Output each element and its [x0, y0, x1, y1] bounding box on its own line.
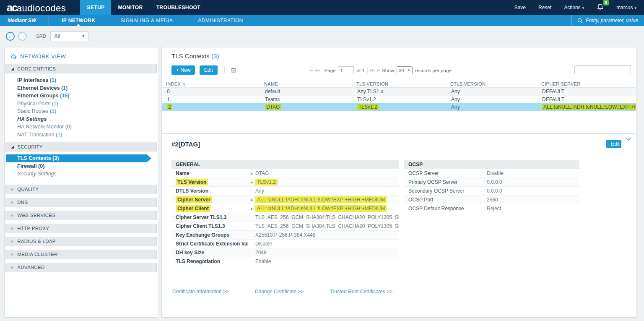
new-button[interactable]: + New	[171, 65, 195, 75]
ocsp-rows: OCSP ServerDisablePrimary OCSP Server0.0…	[404, 169, 579, 213]
srd-select[interactable]: All ▼	[50, 31, 89, 41]
detail-label: OCSP Server	[404, 169, 483, 177]
column-header-tls-version[interactable]: TLS VERSION	[352, 80, 446, 88]
detail-label: Primary OCSP Server	[404, 178, 483, 186]
first-page-icon[interactable]: |◀	[309, 68, 312, 72]
sidebar-section-quality[interactable]: ▶QUALITY	[5, 185, 157, 194]
triangle-collapsed-icon: ▶	[11, 252, 14, 256]
page-input[interactable]	[338, 66, 354, 74]
column-header-name[interactable]: NAME	[260, 80, 352, 88]
link-certificate-information[interactable]: Certificate Information >>	[172, 289, 229, 295]
sidebar-item-static-routes[interactable]: Static Routes (1)	[5, 107, 158, 115]
highlight-mark: TLS Version	[176, 179, 208, 185]
cell-name: DTAG	[260, 103, 352, 111]
sidebar-item-ha-network-monitor[interactable]: HA Network Monitor (0)	[5, 123, 158, 131]
sort-icon[interactable]: ⇅	[182, 82, 186, 86]
cell-dtls: Any	[446, 88, 537, 95]
detail-value: Any	[255, 187, 399, 195]
sidebar-item-count: (1)	[52, 101, 58, 107]
sidebar-item-security-settings[interactable]: Security Settings	[5, 170, 158, 178]
detail-value: Disable	[487, 169, 579, 177]
table-row-index-1[interactable]: 1TeamsTLSv1.2AnyDEFAULT	[162, 96, 636, 104]
actions-button[interactable]: Actions▾	[564, 5, 584, 10]
sidebar-items: TLS Contexts (3)Firewall (0)Security Set…	[5, 151, 158, 181]
next-page-icon[interactable]: ▶▶	[370, 68, 374, 72]
triangle-expanded-icon: ◢	[11, 67, 14, 71]
sidebar-section-security[interactable]: ◢SECURITY	[5, 142, 157, 151]
link-trusted-root-certificates[interactable]: Trusted Root Certificates >>	[330, 289, 392, 295]
sidebar-item-ip-interfaces[interactable]: IP Interfaces (1)	[5, 76, 158, 84]
prev-page-icon[interactable]: ◀◀	[314, 68, 319, 72]
sidebar-item-count: (1)	[61, 85, 68, 91]
ocsp-header: OCSP	[404, 160, 579, 169]
audiocodes-logo[interactable]: acaudiocodes	[7, 2, 66, 14]
column-header-index[interactable]: INDEX⇅	[162, 80, 260, 88]
table-search-input[interactable]	[575, 66, 644, 74]
highlight-mark: DTAG	[265, 104, 281, 110]
last-page-icon[interactable]: ▶|	[377, 68, 379, 72]
cell-name: default	[260, 88, 352, 95]
user-name: marcus	[616, 5, 633, 10]
link-change-certificate[interactable]: Change Certificate >>	[255, 289, 304, 295]
detail-value: TLS_AES_256_GCM_SHA384:TLS_CHACHA20_POLY…	[255, 222, 399, 230]
sidebar-item-label: NAT Translation	[17, 132, 56, 138]
user-menu[interactable]: marcus▾	[616, 5, 636, 10]
top-tab-troubleshoot[interactable]: TROUBLESHOOT	[150, 0, 207, 15]
subnav-tab-ip-network[interactable]: IP NETWORK	[49, 15, 108, 26]
sidebar-item-firewall[interactable]: Firewall (0)	[5, 162, 158, 170]
collapse-chevron-icon[interactable]	[626, 137, 631, 141]
sidebar-section-dns[interactable]: ▶DNS	[5, 198, 157, 207]
detail-row-cipher-server-tls1-3: Cipher Server TLS1.3TLS_AES_256_GCM_SHA3…	[171, 213, 399, 222]
table-row-index-2[interactable]: 2DTAGTLSv1.2AnyALL:!aNULL:!ADH:!eNULL:!L…	[162, 103, 636, 111]
toolbar-divider	[224, 67, 225, 73]
sidebar-section-web-services[interactable]: ▶WEB SERVICES	[5, 211, 157, 220]
bullet-spacer	[483, 204, 487, 213]
detail-label: OCSP Port	[404, 196, 483, 204]
bullet-spacer	[248, 187, 255, 195]
page-size-value: 30	[399, 68, 404, 73]
detail-label: Cipher Server TLS1.3	[171, 213, 248, 222]
cell-index: 0	[162, 88, 260, 95]
delete-icon[interactable]	[231, 67, 236, 73]
sidebar-item-nat-translation[interactable]: NAT Translation (1)	[5, 131, 158, 139]
table-row-index-0[interactable]: 0defaultAny TLS1.xAnyDEFAULT	[162, 88, 636, 96]
global-search[interactable]: Entity, parameter, value	[571, 15, 644, 26]
detail-label: Key Exchange Groups	[171, 231, 248, 239]
sidebar-section-core-entities[interactable]: ◢CORE ENTITIES	[5, 64, 157, 73]
sidebar-item-ha-settings[interactable]: HA Settings	[5, 115, 158, 123]
detail-value: TLSv1.2	[255, 178, 399, 186]
subnav-tab-administration[interactable]: ADMINISTRATION	[185, 15, 255, 26]
sidebar-item-ethernet-groups[interactable]: Ethernet Groups (15)	[5, 92, 158, 100]
save-button[interactable]: Save	[514, 5, 526, 10]
sidebar-item-label: TLS Contexts	[17, 155, 52, 161]
device-name[interactable]: Mediant SW	[8, 18, 36, 23]
detail-edit-button[interactable]: Edit	[606, 140, 621, 148]
forward-button[interactable]: →	[18, 32, 27, 41]
notifications-bell[interactable]: 0	[597, 3, 604, 12]
back-button[interactable]: ←	[6, 32, 15, 41]
detail-row-cipher-server: Cipher Server●ALL:!aNULL:!ADH:!eNULL:!LO…	[171, 196, 399, 204]
top-tab-monitor[interactable]: MONITOR	[111, 0, 149, 15]
top-tab-setup[interactable]: SETUP	[80, 0, 111, 15]
sidebar-item-ethernet-devices[interactable]: Ethernet Devices (1)	[5, 84, 158, 92]
subnav-tab-signaling-media[interactable]: SIGNALING & MEDIA	[108, 15, 185, 26]
column-header-cipher-server[interactable]: CIPHER SERVER	[537, 80, 636, 88]
page-title-count: (3)	[211, 52, 219, 60]
main-panel: TLS Contexts (3) . + New Edit |◀ ◀◀ Page…	[161, 47, 636, 318]
page-title-text: TLS Contexts	[171, 52, 210, 60]
sidebar-item-tls-contexts[interactable]: TLS Contexts (3)	[6, 154, 151, 162]
column-header-dtls-version[interactable]: DTLS VERSION	[446, 80, 537, 88]
sidebar-section-http-proxy[interactable]: ▶HTTP PROXY	[5, 224, 157, 233]
bullet-spacer	[248, 248, 255, 257]
sidebar-section-advanced[interactable]: ▶ADVANCED	[5, 263, 157, 272]
sidebar-section-radius-ldap[interactable]: ▶RADIUS & LDAP	[5, 237, 157, 246]
edit-button[interactable]: Edit	[200, 65, 218, 75]
page-size-select[interactable]: 30 ▼	[397, 66, 413, 74]
detail-row-tls-version: TLS Version●TLSv1.2	[171, 178, 399, 187]
sidebar-item-physical-ports[interactable]: Physical Ports (1)	[5, 100, 158, 108]
sidebar-section-media-cluster[interactable]: ▶MEDIA CLUSTER	[5, 250, 157, 259]
general-rows: Name●DTAGTLS Version●TLSv1.2DTLS Version…	[171, 169, 399, 266]
cell-name: Teams	[260, 96, 352, 103]
network-view-title[interactable]: NETWORK VIEW	[10, 53, 158, 60]
reset-button[interactable]: Reset	[538, 5, 551, 10]
